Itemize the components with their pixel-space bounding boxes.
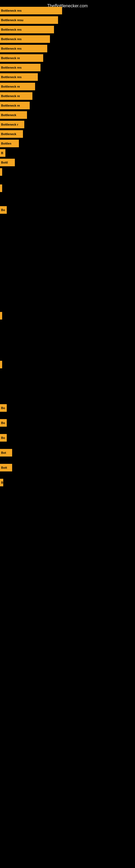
bottleneck-bar-16: Bottl <box>0 159 15 166</box>
bottleneck-bar-20 <box>0 312 2 319</box>
bottleneck-bar-10: Bottleneck re <box>0 102 30 109</box>
bottleneck-bar-15: B <box>0 149 5 157</box>
bottleneck-bar-6: Bottleneck res <box>0 64 41 71</box>
bottleneck-bar-3: Bottleneck res <box>0 35 50 43</box>
bottleneck-bar-7: Bottleneck res <box>0 73 38 81</box>
bottleneck-bar-27: B <box>0 479 3 486</box>
bottleneck-bar-11: Bottleneck <box>0 111 27 119</box>
bottleneck-bar-0: Bottleneck res <box>0 7 62 14</box>
bottleneck-bar-25: Bot <box>0 449 12 457</box>
bottleneck-bar-21 <box>0 361 2 368</box>
bottleneck-bar-9: Bottleneck re <box>0 92 32 100</box>
bottleneck-bar-17 <box>0 168 2 176</box>
bottleneck-bar-23: Bo <box>0 419 7 427</box>
bottleneck-bar-4: Bottleneck res <box>0 45 47 52</box>
bottleneck-bar-22: Bo <box>0 404 7 412</box>
bottleneck-bar-5: Bottleneck re <box>0 54 43 62</box>
bottleneck-bar-8: Bottleneck re <box>0 83 35 90</box>
bottleneck-bar-13: Bottleneck <box>0 130 23 138</box>
bottleneck-bar-18 <box>0 184 2 192</box>
bottleneck-bar-1: Bottleneck resu <box>0 16 58 24</box>
bottleneck-bar-24: Bo <box>0 434 7 442</box>
bottleneck-bar-2: Bottleneck res <box>0 26 54 33</box>
bottleneck-bar-19: Bo <box>0 206 7 214</box>
bottleneck-bar-14: Bottlen <box>0 140 19 147</box>
bottleneck-bar-26: Bott <box>0 464 12 471</box>
bottleneck-bar-12: Bottleneck r <box>0 121 24 128</box>
